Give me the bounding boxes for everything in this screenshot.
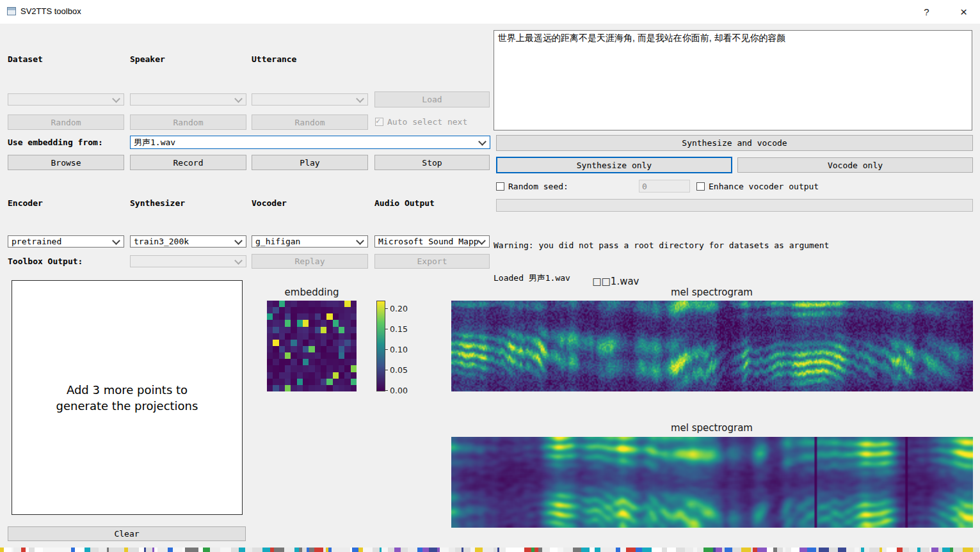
window-titlebar: SV2TTS toolbox ? ×: [0, 0, 980, 24]
check-icon: ✓: [376, 116, 380, 125]
random-dataset-button[interactable]: Random: [8, 114, 124, 130]
synthesizer-label: Synthesizer: [130, 198, 185, 208]
checkbox-icon: ✓: [375, 118, 383, 126]
encoder-select-value: pretrained: [12, 237, 61, 246]
embedding-heatmap: [267, 301, 357, 391]
checkbox-icon: [496, 182, 504, 191]
help-button[interactable]: ?: [912, 0, 941, 24]
auto-select-label: Auto select next: [387, 117, 467, 127]
app-icon: [7, 7, 16, 15]
wav-title: □□1.wav: [593, 276, 639, 287]
checkbox-icon: [696, 182, 705, 191]
chevron-down-icon: [112, 95, 120, 103]
random-speaker-button[interactable]: Random: [130, 114, 246, 130]
log-line: Loaded 男声1.wav: [494, 272, 884, 283]
auto-select-checkbox[interactable]: ✓ Auto select next: [375, 117, 467, 127]
audio-output-label: Audio Output: [374, 198, 435, 208]
clear-button[interactable]: Clear: [8, 526, 246, 541]
embedding-title: embedding: [285, 287, 339, 298]
log-line: Warning: you did not pass a root directo…: [494, 240, 884, 251]
toolbox-output-label: Toolbox Output:: [8, 256, 83, 266]
synthesizer-select-value: train3_200k: [134, 237, 189, 246]
chevron-down-icon: [356, 95, 364, 103]
random-seed-label: Random seed:: [508, 182, 568, 191]
colorbar-tick-label: 0.10: [390, 345, 408, 354]
dataset-select[interactable]: [8, 93, 124, 106]
stop-button[interactable]: Stop: [374, 155, 490, 170]
colorbar-tick: [385, 329, 388, 329]
colorbar-tick-label: 0.05: [390, 365, 408, 375]
audio-output-select-value: Microsoft Sound Mapp: [378, 237, 479, 246]
synthesize-and-vocode-button[interactable]: Synthesize and vocode: [496, 135, 973, 151]
projections-message: Add 3 more points to generate the projec…: [56, 382, 198, 414]
embedding-source-value: 男声1.wav: [134, 137, 175, 148]
vocoder-select-value: g_hifigan: [255, 237, 300, 246]
chevron-down-icon: [234, 237, 243, 245]
mel-spectrogram-top: [451, 301, 973, 391]
browse-button[interactable]: Browse: [8, 155, 124, 170]
play-button[interactable]: Play: [252, 155, 368, 170]
speaker-select[interactable]: [130, 93, 246, 106]
chevron-down-icon: [234, 256, 243, 265]
colorbar-tick: [385, 370, 388, 370]
mel-top-title: mel spectrogram: [671, 287, 753, 298]
random-seed-checkbox[interactable]: Random seed:: [496, 182, 568, 191]
use-embedding-label: Use embedding from:: [8, 138, 103, 147]
synthesizer-select[interactable]: train3_200k: [130, 235, 246, 248]
projections-panel: Add 3 more points to generate the projec…: [12, 280, 243, 515]
seed-input[interactable]: [639, 180, 690, 193]
colorbar-tick: [385, 390, 388, 391]
utterance-select[interactable]: [252, 93, 368, 106]
export-button[interactable]: Export: [374, 254, 490, 269]
mel-bottom-title: mel spectrogram: [671, 422, 753, 434]
chevron-down-icon: [478, 237, 486, 245]
close-button[interactable]: ×: [949, 0, 978, 24]
chevron-down-icon: [356, 237, 364, 245]
enhance-vocoder-checkbox[interactable]: Enhance vocoder output: [696, 182, 819, 191]
colorbar-tick: [385, 308, 388, 309]
mel-spectrogram-bottom: [451, 437, 973, 528]
replay-button[interactable]: Replay: [252, 254, 368, 269]
vocoder-select[interactable]: g_hifigan: [252, 235, 368, 248]
colorbar-tick-label: 0.15: [390, 324, 408, 334]
random-utterance-button[interactable]: Random: [252, 114, 368, 130]
colorbar: [376, 301, 385, 391]
synthesis-text-input[interactable]: 世界上最遥远的距离不是天涯海角, 而是我站在你面前, 却看不见你的容颜: [494, 30, 972, 130]
colorbar-tick: [385, 349, 388, 350]
audio-output-select[interactable]: Microsoft Sound Mapp: [374, 235, 490, 248]
progress-bar: [496, 199, 973, 212]
speaker-label: Speaker: [130, 54, 165, 64]
window-title: SV2TTS toolbox: [20, 6, 81, 16]
utterance-label: Utterance: [252, 54, 296, 64]
load-button[interactable]: Load: [374, 91, 490, 107]
synthesize-only-button[interactable]: Synthesize only: [496, 157, 732, 173]
enhance-vocoder-label: Enhance vocoder output: [709, 182, 819, 191]
record-button[interactable]: Record: [130, 155, 246, 170]
encoder-label: Encoder: [8, 198, 43, 208]
dataset-label: Dataset: [8, 54, 43, 64]
app-window: SV2TTS toolbox ? × Dataset Speaker Utter…: [0, 0, 980, 552]
chevron-down-icon: [234, 95, 243, 103]
bottom-edge-strip: [0, 548, 980, 552]
encoder-select[interactable]: pretrained: [8, 235, 124, 248]
colorbar-tick-label: 0.20: [390, 304, 408, 313]
vocoder-label: Vocoder: [252, 198, 287, 208]
embedding-source-select[interactable]: 男声1.wav: [130, 136, 490, 149]
chevron-down-icon: [112, 237, 120, 245]
colorbar-tick-label: 0.00: [390, 386, 408, 395]
vocode-only-button[interactable]: Vocode only: [737, 157, 973, 173]
toolbox-output-select[interactable]: [130, 255, 246, 267]
chevron-down-icon: [478, 138, 486, 146]
